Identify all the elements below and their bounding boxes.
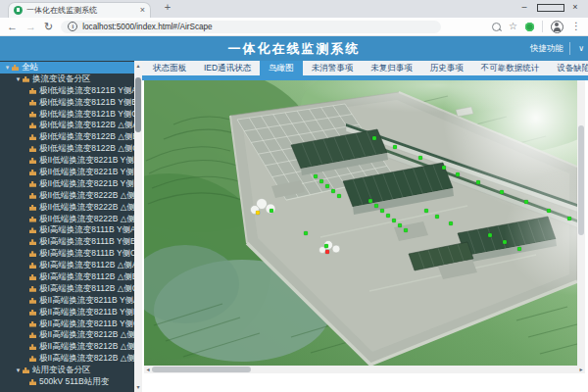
tab-不可靠数据统计[interactable]: 不可靠数据统计 bbox=[472, 61, 549, 75]
sidebar-scrollbar[interactable]: ▴ ▾ bbox=[134, 61, 142, 392]
extension-icon[interactable] bbox=[525, 23, 534, 31]
tree-device[interactable]: 极II高端换流变8211B Y侧A相 bbox=[0, 295, 134, 307]
back-icon[interactable]: ← bbox=[7, 22, 18, 32]
url-text[interactable]: localhost:5000/index.html#/AirScape bbox=[82, 23, 212, 31]
tab-未消警事项[interactable]: 未消警事项 bbox=[303, 61, 363, 75]
status-marker-normal[interactable] bbox=[398, 223, 402, 227]
status-marker-normal[interactable] bbox=[374, 204, 378, 208]
scene-vscroll-thumb[interactable] bbox=[578, 125, 584, 235]
status-marker-normal[interactable] bbox=[435, 215, 439, 219]
tree-device[interactable]: 极II高端换流变8212B △侧C相 bbox=[0, 353, 134, 365]
status-marker-normal[interactable] bbox=[476, 180, 480, 184]
scene-hscroll-thumb[interactable] bbox=[152, 367, 251, 372]
tree-device[interactable]: 极I低端换流变8122B △侧B相 bbox=[0, 131, 134, 143]
status-marker-normal[interactable] bbox=[488, 233, 492, 237]
status-marker-normal[interactable] bbox=[314, 174, 318, 178]
tree-device[interactable]: 极I低端换流变8121B Y侧A相 bbox=[0, 85, 134, 97]
status-marker-normal[interactable] bbox=[547, 209, 551, 213]
scroll-up-icon[interactable]: ▴ bbox=[134, 62, 142, 70]
tree-device[interactable]: 极II高端换流变8212B △侧B相 bbox=[0, 341, 134, 353]
status-marker-normal[interactable] bbox=[449, 221, 453, 225]
tree-expand-icon[interactable]: ▾ bbox=[3, 64, 12, 72]
status-marker-normal[interactable] bbox=[524, 200, 528, 204]
status-marker-normal[interactable] bbox=[372, 136, 376, 140]
status-marker-normal[interactable] bbox=[337, 194, 341, 198]
tree-device[interactable]: 极II低端换流变8221B Y侧B相 bbox=[0, 167, 134, 178]
tree-device[interactable]: 极II高端换流变8211B Y侧B相 bbox=[0, 307, 134, 318]
tab-鸟瞰图[interactable]: 鸟瞰图 bbox=[260, 61, 303, 75]
tree-device[interactable]: 极I高端换流变8112B △侧C相 bbox=[0, 283, 134, 295]
tab-历史事项[interactable]: 历史事项 bbox=[421, 61, 472, 75]
tree-device[interactable]: 极I高端换流变8111B Y侧C相 bbox=[0, 248, 134, 260]
tree-device[interactable]: 极II低端换流变8222B △侧C相 bbox=[0, 214, 134, 225]
scene-vertical-scrollbar[interactable] bbox=[577, 80, 585, 366]
status-marker-normal[interactable] bbox=[324, 244, 328, 248]
tree-root-station[interactable]: ▾全站 bbox=[0, 62, 134, 74]
refresh-icon[interactable]: ↻ bbox=[44, 22, 53, 32]
tree-device[interactable]: 极II低端换流变8221B Y侧C相 bbox=[0, 178, 134, 190]
status-marker-alarm[interactable] bbox=[325, 250, 329, 254]
status-marker-normal[interactable] bbox=[325, 184, 329, 188]
airscape-scene[interactable] bbox=[144, 80, 577, 366]
status-marker-normal[interactable] bbox=[500, 190, 504, 194]
tree-device[interactable]: 极I低端换流变8121B Y侧B相 bbox=[0, 97, 134, 109]
status-marker-normal[interactable] bbox=[380, 209, 384, 213]
tree-group[interactable]: ▾换流变设备分区 bbox=[0, 74, 134, 85]
tree-device[interactable]: 极I高端换流变8112B △侧A相 bbox=[0, 260, 134, 271]
tree-device[interactable]: 极II高端换流变8212B △侧A相 bbox=[0, 329, 134, 341]
forward-icon[interactable]: → bbox=[25, 22, 36, 32]
tree-device[interactable]: 极I高端换流变8112B △侧B相 bbox=[0, 271, 134, 283]
scene-horizontal-scrollbar[interactable]: ◂ ▸ bbox=[144, 366, 585, 373]
status-marker-normal[interactable] bbox=[386, 214, 390, 218]
tree-device[interactable]: 极II高端换流变8211B Y侧C相 bbox=[0, 318, 134, 330]
tree-device[interactable]: 极I高端换流变8111B Y侧B相 bbox=[0, 236, 134, 248]
status-marker-normal[interactable] bbox=[517, 247, 521, 251]
tree-expand-icon[interactable]: ▾ bbox=[14, 367, 23, 374]
status-marker-normal[interactable] bbox=[331, 189, 335, 193]
chevron-down-icon[interactable]: ∨ bbox=[578, 36, 584, 61]
tab-未复归事项[interactable]: 未复归事项 bbox=[362, 61, 421, 75]
address-bar[interactable]: localhost:5000/index.html#/AirScape bbox=[61, 21, 441, 33]
tree-device[interactable]: 极I高端换流变8111B Y侧A相 bbox=[0, 224, 134, 236]
new-tab-button[interactable]: + bbox=[160, 1, 175, 13]
status-marker-normal[interactable] bbox=[418, 156, 422, 160]
status-marker-normal[interactable] bbox=[503, 240, 507, 244]
status-marker-normal[interactable] bbox=[442, 166, 446, 170]
tree-device[interactable]: 极I低端换流变8122B △侧C相 bbox=[0, 143, 134, 155]
scroll-down-icon[interactable]: ▾ bbox=[134, 383, 142, 391]
browser-menu-icon[interactable]: ⋮ bbox=[571, 22, 581, 31]
scroll-right-icon[interactable]: ▸ bbox=[577, 366, 585, 373]
tree-device[interactable]: 500kV 511B站用变 bbox=[0, 376, 134, 388]
window-minimize-button[interactable]: – bbox=[512, 0, 537, 16]
tab-IED通讯状态[interactable]: IED通讯状态 bbox=[195, 61, 260, 75]
tree-device[interactable]: 极II低端换流变8221B Y侧A相 bbox=[0, 155, 134, 167]
page-info-icon[interactable] bbox=[68, 22, 77, 31]
profile-avatar-icon[interactable] bbox=[551, 21, 564, 33]
status-marker-normal[interactable] bbox=[404, 228, 408, 232]
status-marker-normal[interactable] bbox=[270, 209, 273, 213]
tab-状态面板[interactable]: 状态面板 bbox=[144, 61, 195, 75]
zoom-page-icon[interactable] bbox=[492, 23, 501, 31]
window-close-button[interactable]: × bbox=[563, 0, 588, 16]
sidebar-scroll-thumb[interactable] bbox=[135, 77, 141, 132]
scroll-left-icon[interactable]: ◂ bbox=[144, 366, 152, 373]
tree-device[interactable]: 极II低端换流变8222B △侧B相 bbox=[0, 202, 134, 214]
quick-functions-button[interactable]: 快捷功能 bbox=[530, 36, 564, 61]
status-marker-normal[interactable] bbox=[319, 179, 323, 183]
tree-device[interactable]: 极I低端换流变8122B △侧A相 bbox=[0, 120, 134, 131]
window-maximize-button[interactable] bbox=[537, 0, 563, 16]
status-marker-normal[interactable] bbox=[392, 219, 396, 222]
status-marker-normal[interactable] bbox=[424, 209, 428, 213]
status-marker-normal[interactable] bbox=[456, 172, 460, 176]
status-marker-warning[interactable] bbox=[256, 211, 260, 215]
tree-device[interactable]: 极II低端换流变8222B △侧A相 bbox=[0, 190, 134, 202]
tree-device[interactable]: 极I低端换流变8121B Y侧C相 bbox=[0, 109, 134, 121]
status-marker-normal[interactable] bbox=[368, 199, 372, 203]
status-marker-normal[interactable] bbox=[567, 217, 571, 220]
tree-group[interactable]: ▾站用变设备分区 bbox=[0, 365, 134, 376]
status-marker-normal[interactable] bbox=[304, 231, 308, 235]
tab-设备缺陷[interactable]: 设备缺陷 bbox=[548, 61, 588, 75]
tab-close-icon[interactable]: × bbox=[140, 6, 145, 15]
browser-tab[interactable]: 一体化在线监测系统 × bbox=[8, 2, 151, 18]
tree-expand-icon[interactable]: ▾ bbox=[14, 75, 23, 83]
